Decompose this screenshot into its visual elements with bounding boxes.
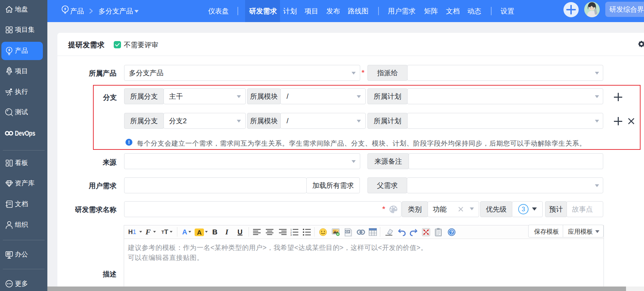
svg-text:OA: OA	[7, 252, 11, 255]
svg-text:1: 1	[290, 229, 292, 231]
svg-text:?: ?	[450, 229, 454, 235]
svg-text:3: 3	[290, 234, 292, 236]
svg-text:2: 2	[290, 231, 292, 234]
svg-text:C#: C#	[346, 230, 349, 233]
